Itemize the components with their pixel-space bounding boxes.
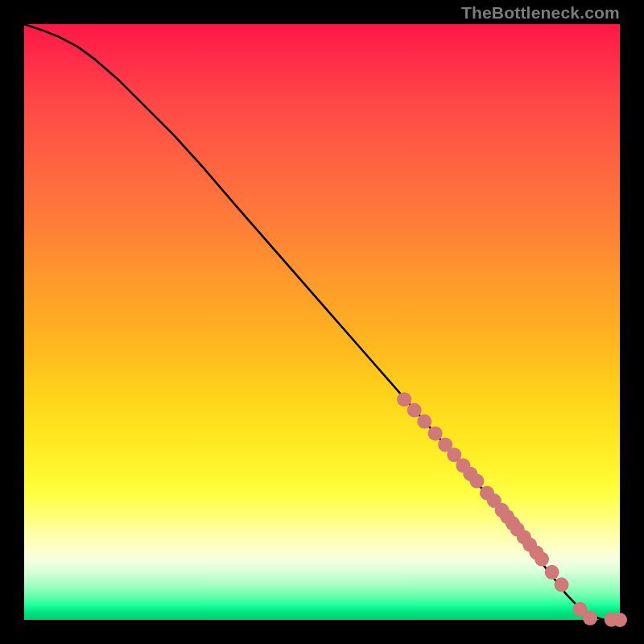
data-marker — [417, 415, 431, 429]
chart-stage: TheBottleneck.com — [0, 0, 644, 644]
curve-line — [24, 24, 620, 620]
attribution-label: TheBottleneck.com — [461, 3, 620, 23]
data-marker — [407, 403, 422, 418]
data-marker — [545, 565, 559, 580]
data-marker — [535, 552, 549, 567]
chart-svg — [24, 24, 620, 620]
marker-group — [397, 392, 627, 627]
data-marker — [469, 474, 484, 489]
data-marker — [583, 611, 597, 625]
data-marker — [397, 392, 411, 407]
data-marker — [554, 577, 568, 592]
data-marker — [613, 613, 627, 627]
data-marker — [428, 426, 443, 440]
